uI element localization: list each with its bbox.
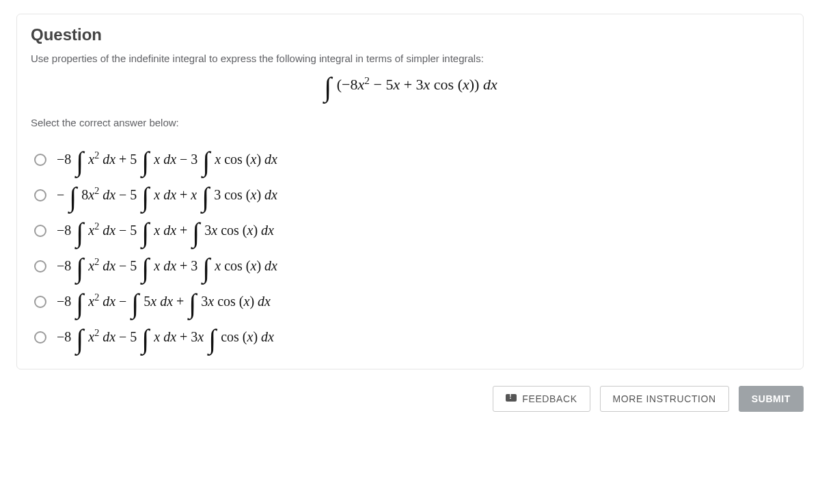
option-5[interactable]: −8 ∫ x2 dx − ∫ 5x dx + ∫ 3x cos (x) dx	[31, 284, 789, 317]
option-6-math: −8 ∫ x2 dx − 5 ∫ x dx + 3x ∫ cos (x) dx	[57, 328, 274, 345]
option-1[interactable]: −8 ∫ x2 dx + 5 ∫ x dx − 3 ∫ x cos (x) dx	[31, 142, 789, 175]
option-1-math: −8 ∫ x2 dx + 5 ∫ x dx − 3 ∫ x cos (x) dx	[57, 150, 277, 167]
feedback-button[interactable]: ! FEEDBACK	[493, 386, 590, 412]
select-label: Select the correct answer below:	[31, 117, 789, 128]
option-4-math: −8 ∫ x2 dx − 5 ∫ x dx + 3 ∫ x cos (x) dx	[57, 257, 277, 274]
option-3[interactable]: −8 ∫ x2 dx − 5 ∫ x dx + ∫ 3x cos (x) dx	[31, 213, 789, 246]
option-5-radio[interactable]	[34, 296, 46, 308]
action-bar: ! FEEDBACK MORE INSTRUCTION SUBMIT	[16, 386, 804, 412]
feedback-icon: !	[506, 394, 517, 404]
options-list: −8 ∫ x2 dx + 5 ∫ x dx − 3 ∫ x cos (x) dx…	[31, 142, 789, 352]
option-4-radio[interactable]	[34, 260, 46, 272]
submit-button[interactable]: SUBMIT	[739, 386, 804, 412]
option-2[interactable]: − ∫ 8x2 dx − 5 ∫ x dx + x ∫ 3 cos (x) dx	[31, 178, 789, 210]
question-title: Question	[31, 25, 789, 44]
option-2-radio[interactable]	[34, 189, 46, 201]
option-1-radio[interactable]	[34, 154, 46, 166]
submit-label: SUBMIT	[752, 393, 791, 404]
option-6[interactable]: −8 ∫ x2 dx − 5 ∫ x dx + 3x ∫ cos (x) dx	[31, 320, 789, 352]
question-integral: ∫ (−8x2 − 5x + 3x cos (x)) dx	[31, 75, 789, 92]
option-4[interactable]: −8 ∫ x2 dx − 5 ∫ x dx + 3 ∫ x cos (x) dx	[31, 249, 789, 281]
option-2-math: − ∫ 8x2 dx − 5 ∫ x dx + x ∫ 3 cos (x) dx	[57, 186, 277, 203]
option-5-math: −8 ∫ x2 dx − ∫ 5x dx + ∫ 3x cos (x) dx	[57, 292, 271, 309]
more-instruction-label: MORE INSTRUCTION	[613, 393, 716, 404]
option-3-radio[interactable]	[34, 225, 46, 237]
question-prompt: Use properties of the indefinite integra…	[31, 53, 789, 64]
option-3-math: −8 ∫ x2 dx − 5 ∫ x dx + ∫ 3x cos (x) dx	[57, 221, 274, 238]
question-card: Question Use properties of the indefinit…	[16, 14, 804, 369]
option-6-radio[interactable]	[34, 331, 46, 344]
feedback-label: FEEDBACK	[522, 393, 577, 404]
more-instruction-button[interactable]: MORE INSTRUCTION	[600, 386, 729, 412]
